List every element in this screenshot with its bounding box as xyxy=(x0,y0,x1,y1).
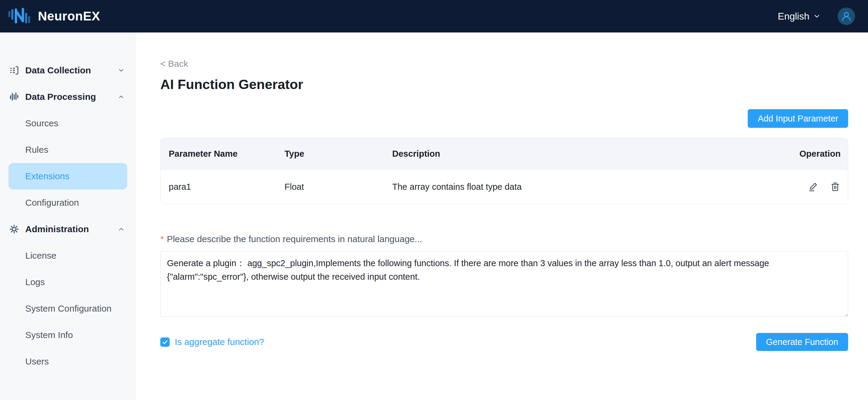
sidebar-item-system-configuration[interactable]: System Configuration xyxy=(8,295,127,322)
language-selector[interactable]: English xyxy=(778,11,821,22)
gear-icon xyxy=(9,224,19,234)
user-avatar[interactable] xyxy=(838,7,855,25)
sidebar-item-users[interactable]: Users xyxy=(8,348,127,375)
chevron-down-icon xyxy=(118,67,125,74)
edit-parameter-button[interactable] xyxy=(808,181,818,192)
sidebar-item-label: Data Collection xyxy=(25,65,91,75)
required-asterisk: * xyxy=(160,234,164,244)
column-header-description: Description xyxy=(384,149,754,159)
prompt-label-text: Please describe the function requirement… xyxy=(167,234,422,244)
sidebar-item-label: Administration xyxy=(25,224,89,234)
sidebar-item-system-info[interactable]: System Info xyxy=(8,322,127,348)
column-header-operation: Operation xyxy=(754,149,848,159)
sidebar-item-rules[interactable]: Rules xyxy=(8,136,127,163)
table-header-row: Parameter Name Type Description Operatio… xyxy=(161,138,848,170)
language-label: English xyxy=(778,11,809,22)
generate-function-button[interactable]: Generate Function xyxy=(756,333,848,351)
sidebar-item-label: System Info xyxy=(25,330,73,340)
aggregate-function-option[interactable]: Is aggregate function? xyxy=(160,337,264,347)
sidebar-item-logs[interactable]: Logs xyxy=(8,269,127,295)
trash-icon xyxy=(830,181,841,192)
chevron-down-icon xyxy=(813,12,821,20)
add-input-parameter-button[interactable]: Add Input Parameter xyxy=(748,109,848,128)
topbar-right: English xyxy=(778,7,855,25)
aggregate-checkbox-label[interactable]: Is aggregate function? xyxy=(175,337,264,347)
column-header-type: Type xyxy=(276,149,384,159)
top-bar: NeuronEX English xyxy=(0,0,868,32)
chevron-up-icon xyxy=(118,93,125,100)
sidebar-item-data-collection[interactable]: Data Collection xyxy=(8,57,127,84)
parameter-table: Parameter Name Type Description Operatio… xyxy=(160,138,848,204)
sidebar-item-label: Logs xyxy=(25,277,45,287)
page-title: AI Function Generator xyxy=(160,77,848,92)
person-icon xyxy=(840,10,852,22)
cell-type: Float xyxy=(276,182,384,192)
neuronex-logo-icon xyxy=(8,7,32,26)
sidebar-item-license[interactable]: License xyxy=(8,242,127,269)
sidebar-item-sources[interactable]: Sources xyxy=(8,110,127,136)
cell-parameter-name: para1 xyxy=(161,182,276,192)
check-icon xyxy=(161,339,168,345)
aggregate-checkbox[interactable] xyxy=(160,337,169,347)
sidebar-item-label: System Configuration xyxy=(25,304,112,314)
data-processing-icon xyxy=(9,92,19,102)
prompt-label: *Please describe the function requiremen… xyxy=(160,234,848,244)
sidebar-item-extensions[interactable]: Extensions xyxy=(8,163,127,189)
pencil-icon xyxy=(808,181,818,192)
back-link[interactable]: < Back xyxy=(160,59,188,69)
data-collection-icon xyxy=(9,65,19,75)
chevron-up-icon xyxy=(118,225,125,233)
neuronex-app: NeuronEX English xyxy=(0,0,868,400)
brand: NeuronEX xyxy=(8,7,100,26)
delete-parameter-button[interactable] xyxy=(830,181,841,192)
sidebar-item-label: Rules xyxy=(25,145,49,155)
brand-name: NeuronEX xyxy=(38,9,100,24)
cell-description: The array contains float type data xyxy=(384,182,754,192)
sidebar-item-label: Configuration xyxy=(25,197,79,208)
sidebar: Data Collection Data Processing xyxy=(0,32,136,400)
sidebar-item-configuration[interactable]: Configuration xyxy=(8,189,127,216)
sidebar-item-label: Data Processing xyxy=(25,92,96,102)
sidebar-item-label: License xyxy=(25,250,56,261)
prompt-textarea[interactable]: Generate a plugin： agg_spc2_plugin,Imple… xyxy=(160,251,848,317)
table-row: para1 Float The array contains float typ… xyxy=(161,170,848,204)
sidebar-item-label: Sources xyxy=(25,118,58,128)
sidebar-item-data-processing[interactable]: Data Processing xyxy=(8,84,127,110)
main-content: < Back AI Function Generator Add Input P… xyxy=(136,32,868,400)
sidebar-item-label: Extensions xyxy=(25,171,69,181)
column-header-parameter-name: Parameter Name xyxy=(161,149,276,159)
sidebar-item-label: Users xyxy=(25,357,49,367)
sidebar-item-administration[interactable]: Administration xyxy=(8,216,127,242)
